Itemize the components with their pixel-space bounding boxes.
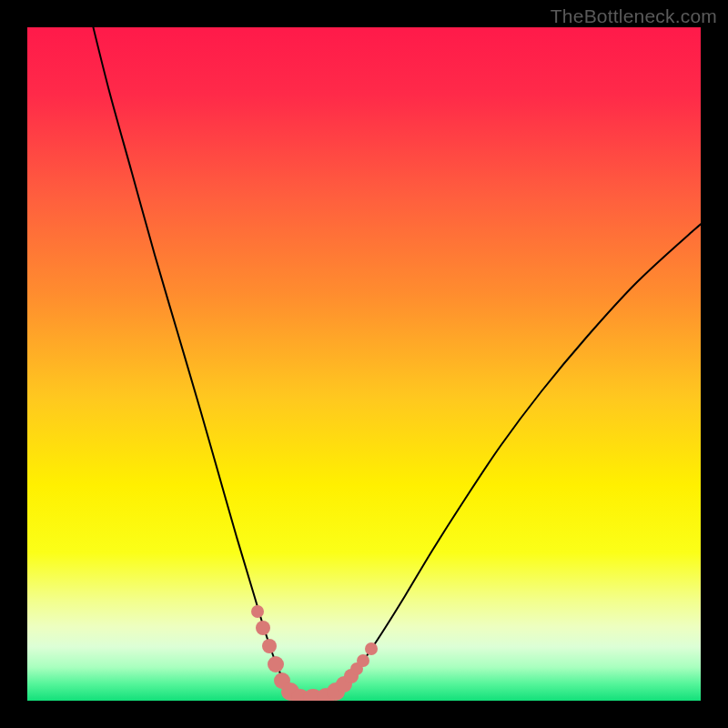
chart-area: [27, 27, 701, 701]
pink-marker: [256, 621, 270, 635]
chart-svg: [27, 27, 701, 701]
pink-marker: [262, 639, 277, 653]
bottleneck-curve: [91, 27, 701, 699]
pink-marker: [268, 656, 284, 672]
pink-markers-group: [251, 605, 378, 701]
pink-marker: [365, 642, 378, 655]
pink-marker: [251, 605, 264, 618]
watermark-text: TheBottleneck.com: [551, 5, 717, 27]
pink-marker: [357, 654, 369, 667]
